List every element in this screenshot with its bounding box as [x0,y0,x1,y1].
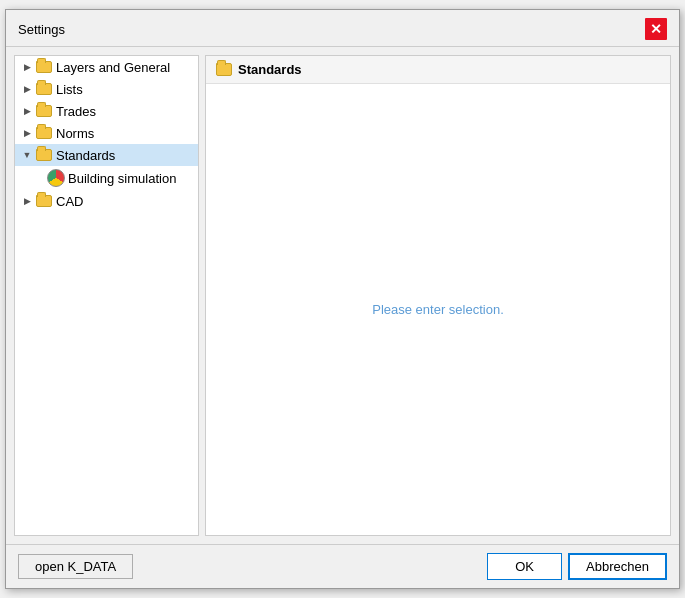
folder-icon-cad [35,193,53,209]
ok-button[interactable]: OK [487,553,562,580]
sidebar-item-label: Layers and General [56,60,170,75]
main-panel-title: Standards [238,62,302,77]
footer-left: open K_DATA [18,554,133,579]
building-sim-icon [47,169,65,187]
title-bar: Settings ✕ [6,10,679,47]
dialog-title: Settings [18,22,65,37]
sidebar-tree: Layers and General Lists Trades [14,55,199,536]
sidebar-item-trades[interactable]: Trades [15,100,198,122]
content-area: Layers and General Lists Trades [6,47,679,544]
folder-icon-norms [35,125,53,141]
sidebar-item-label: Lists [56,82,83,97]
footer-right: OK Abbrechen [487,553,667,580]
settings-dialog: Settings ✕ Layers and General Lists [5,9,680,589]
chevron-icon [19,125,35,141]
cancel-button[interactable]: Abbrechen [568,553,667,580]
folder-icon-lists [35,81,53,97]
chevron-icon [19,81,35,97]
chevron-icon [19,103,35,119]
sidebar-item-building-sim[interactable]: Building simulation [15,166,198,190]
sidebar-item-standards[interactable]: Standards [15,144,198,166]
folder-icon-standards [35,147,53,163]
main-panel: Standards Please enter selection. [205,55,671,536]
sidebar-item-layers[interactable]: Layers and General [15,56,198,78]
folder-icon-layers [35,59,53,75]
sidebar-item-norms[interactable]: Norms [15,122,198,144]
sidebar-item-label: CAD [56,194,83,209]
main-panel-body: Please enter selection. [206,84,670,535]
chevron-icon [19,193,35,209]
folder-icon-header [216,63,232,76]
sidebar-item-label: Building simulation [68,171,176,186]
main-panel-header: Standards [206,56,670,84]
close-button[interactable]: ✕ [645,18,667,40]
chevron-icon [19,59,35,75]
sidebar-item-label: Standards [56,148,115,163]
sidebar-item-lists[interactable]: Lists [15,78,198,100]
sidebar-item-cad[interactable]: CAD [15,190,198,212]
footer: open K_DATA OK Abbrechen [6,544,679,588]
placeholder-text: Please enter selection. [372,302,504,317]
chevron-icon [19,147,35,163]
folder-icon-trades [35,103,53,119]
open-k-data-button[interactable]: open K_DATA [18,554,133,579]
sidebar-item-label: Norms [56,126,94,141]
sidebar-item-label: Trades [56,104,96,119]
